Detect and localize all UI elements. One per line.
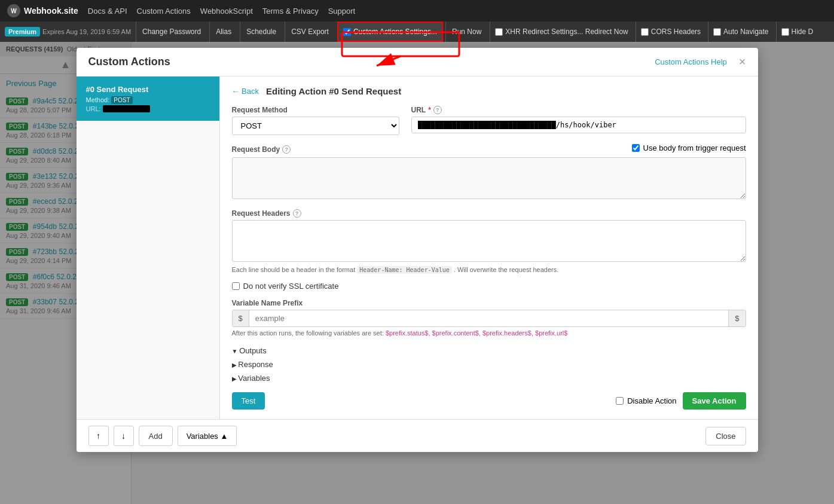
dialog-close-btn[interactable]: × xyxy=(739,55,746,69)
headers-label: Request Headers ? xyxy=(232,209,746,218)
response-collapsible: Response xyxy=(232,359,746,370)
nav-hided-label: Hide D xyxy=(792,28,814,36)
nav-hide-d[interactable]: Hide D xyxy=(776,22,818,42)
nav-support[interactable]: Support xyxy=(328,7,356,16)
nav-alias[interactable]: Alias xyxy=(209,22,237,42)
edit-title: Editing Action #0 Send Request xyxy=(266,86,401,96)
action-number: #0 xyxy=(86,85,97,94)
action-buttons-row: Test Disable Action Save Action xyxy=(232,392,746,410)
nav-xhr-redirect[interactable]: XHR Redirect Settings... Redirect Now xyxy=(490,22,633,42)
headers-help-icon[interactable]: ? xyxy=(293,209,301,218)
headers-format-code: Header-Name: Header-Value xyxy=(357,266,452,274)
nav-terms[interactable]: Terms & Privacy xyxy=(262,7,319,16)
xhr-checkbox[interactable] xyxy=(495,28,503,36)
nav-cors-headers[interactable]: CORS Headers xyxy=(636,22,705,42)
prefix-section: Variable Name Prefix $ $ After this acti… xyxy=(232,299,746,337)
dialog-header: Custom Actions Custom Actions Help × xyxy=(77,48,758,77)
add-button[interactable]: Add xyxy=(139,426,173,446)
ssl-checkbox[interactable] xyxy=(232,282,240,290)
prefix-input[interactable] xyxy=(249,310,729,326)
disable-action-checkbox[interactable] xyxy=(616,397,624,405)
url-required: * xyxy=(428,106,431,114)
use-body-label: Use body from trigger request xyxy=(643,143,746,152)
nav-cors-label: CORS Headers xyxy=(651,28,701,36)
action-meta: Method: POST xyxy=(86,96,210,104)
premium-badge: Premium xyxy=(5,27,40,36)
variable-hint-vars: $prefix.status$, $prefix.content$, $pref… xyxy=(386,329,568,337)
action-url: URL: xyxy=(86,105,210,112)
variable-hint: After this action runs, the following va… xyxy=(232,329,746,337)
url-redacted xyxy=(103,105,150,112)
dialog-title: Custom Actions xyxy=(88,56,170,68)
variables-collapsible: Variables xyxy=(232,372,746,384)
logo-icon: W xyxy=(7,4,20,17)
body-help-icon[interactable]: ? xyxy=(282,145,291,154)
action-name: Send Request xyxy=(97,85,149,94)
headers-textarea[interactable] xyxy=(232,220,746,262)
custom-actions-checkbox[interactable] xyxy=(343,28,351,36)
method-url-row: Request Method POST GET PUT PATCH DELETE xyxy=(232,106,746,135)
nav-schedule[interactable]: Schedule xyxy=(240,22,282,42)
body-section: Request Body ? Use body from trigger req… xyxy=(232,143,746,201)
method-group: Request Method POST GET PUT PATCH DELETE xyxy=(232,106,399,135)
dialog-footer: ↑ ↓ Add Variables ▲ Close xyxy=(77,419,758,452)
dialog-help-link[interactable]: Custom Actions Help xyxy=(655,57,727,66)
test-button[interactable]: Test xyxy=(232,392,265,410)
app-logo: W Webhook.site xyxy=(7,4,78,17)
close-button[interactable]: Close xyxy=(705,427,746,445)
headers-section: Request Headers ? Each line should be a … xyxy=(232,209,746,273)
nav-custom-actions-settings[interactable]: Custom Actions Settings... xyxy=(337,22,443,42)
nav-webhookscript[interactable]: WebhookScript xyxy=(200,7,253,16)
url-help-icon[interactable]: ? xyxy=(433,106,442,114)
use-body-checkbox[interactable] xyxy=(632,144,640,152)
method-badge: POST xyxy=(111,96,132,104)
outputs-toggle[interactable]: Outputs xyxy=(232,345,746,356)
footer-right: Close xyxy=(705,427,746,445)
nav-change-password[interactable]: Change Password xyxy=(136,22,207,42)
auto-nav-checkbox[interactable] xyxy=(713,28,721,36)
method-select[interactable]: POST GET PUT PATCH DELETE xyxy=(232,117,399,135)
nav-run-now[interactable]: Run Now xyxy=(445,22,487,42)
action-item-title: #0 Send Request xyxy=(86,85,210,94)
action-item-0[interactable]: #0 Send Request Method: POST URL: xyxy=(77,77,219,121)
move-up-button[interactable]: ↑ xyxy=(88,426,109,446)
prefix-input-row: $ $ xyxy=(232,310,746,327)
custom-actions-dialog: Custom Actions Custom Actions Help × #0 … xyxy=(77,48,758,452)
edit-panel: ← Back Editing Action #0 Send Request Re… xyxy=(220,77,758,419)
url-label: URL * ? xyxy=(411,106,746,114)
hide-d-checkbox[interactable] xyxy=(781,28,789,36)
dialog-overlay: Custom Actions Custom Actions Help × #0 … xyxy=(0,42,834,504)
nav-auto-label: Auto Navigate xyxy=(723,28,768,36)
nav-xhr-label: XHR Redirect Settings... Redirect Now xyxy=(505,28,628,36)
main-layout: REQUESTS (4159) Oldest First ▲ Previous … xyxy=(0,42,834,504)
nav-custom-actions-label: Custom Actions Settings... xyxy=(353,28,437,36)
top-nav: W Webhook.site Docs & API Custom Actions… xyxy=(0,0,834,22)
back-link[interactable]: ← Back xyxy=(232,87,259,96)
nav-csv-export[interactable]: CSV Export xyxy=(285,22,335,42)
nav-custom-actions[interactable]: Custom Actions xyxy=(137,7,191,16)
move-down-button[interactable]: ↓ xyxy=(114,426,134,446)
action-list: #0 Send Request Method: POST URL: xyxy=(77,77,220,419)
edit-header: ← Back Editing Action #0 Send Request xyxy=(232,86,746,96)
method-label: Request Method xyxy=(232,106,399,114)
prefix-dollar-left: $ xyxy=(233,310,249,326)
response-toggle[interactable]: Response xyxy=(232,359,746,370)
cors-checkbox[interactable] xyxy=(641,28,649,36)
headers-hint: Each line should be a header in the form… xyxy=(232,266,746,273)
body-textarea[interactable] xyxy=(232,157,746,199)
use-body-row: Use body from trigger request xyxy=(632,143,746,152)
nav-docs[interactable]: Docs & API xyxy=(88,7,127,16)
prefix-label: Variable Name Prefix xyxy=(232,299,746,307)
variables-button[interactable]: Variables ▲ xyxy=(178,426,237,446)
right-action-buttons: Disable Action Save Action xyxy=(616,392,746,410)
ssl-row: Do not verify SSL certificate xyxy=(232,282,746,291)
variables-toggle[interactable]: Variables xyxy=(232,372,746,384)
url-input[interactable] xyxy=(411,117,746,133)
ssl-label: Do not verify SSL certificate xyxy=(243,282,339,291)
body-label: Request Body ? xyxy=(232,145,291,154)
nav-auto-navigate[interactable]: Auto Navigate xyxy=(708,22,773,42)
outputs-collapsible: Outputs xyxy=(232,345,746,356)
save-action-button[interactable]: Save Action xyxy=(683,392,746,410)
prefix-dollar-right: $ xyxy=(728,310,745,326)
url-group: URL * ? xyxy=(411,106,746,135)
